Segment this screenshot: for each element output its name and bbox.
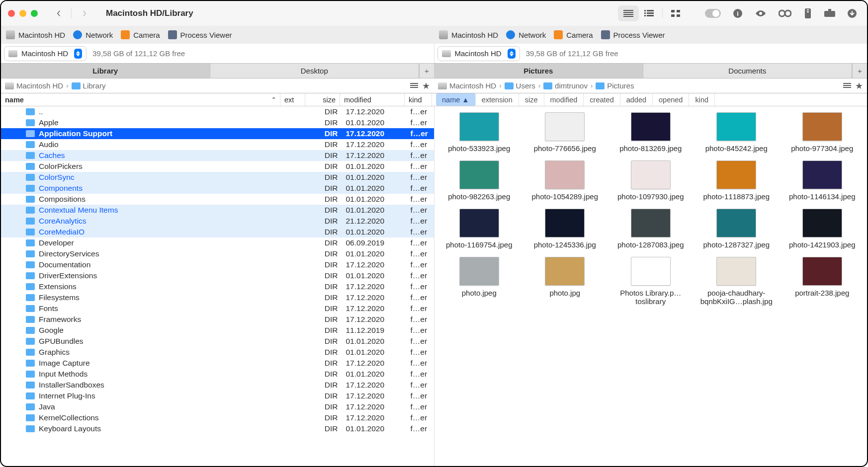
new-tab-button[interactable]: + [419,64,434,78]
list-row[interactable]: InstallerSandboxesDIR17.12.2020f…er [1,380,434,390]
fullscreen-window-button[interactable] [31,10,38,17]
icon-item[interactable]: pooja-chaudhary-bqnbKxiIG…plash.jpg [694,257,779,306]
icon-col-kind[interactable]: kind [689,93,715,106]
icon-item[interactable]: photo-1097930.jpeg [609,160,693,201]
list-row[interactable]: ColorSyncDIR01.01.2020f…er [1,172,434,183]
list-row[interactable]: Application SupportDIR17.12.2020f…er [1,128,434,139]
list-row[interactable]: Keyboard LayoutsDIR01.01.2020f…er [1,423,434,434]
breadcrumb-library[interactable]: Library [72,81,106,90]
list-row[interactable]: KernelCollectionsDIR17.12.2020f…er [1,412,434,423]
icon-item[interactable]: photo-1287327.jpeg [694,209,779,249]
icon-item[interactable]: photo-1146134.jpeg [781,160,865,201]
favorite-item-network[interactable]: Network [73,30,113,39]
list-row[interactable]: FrameworksDIR17.12.2020f…er [1,314,434,325]
icon-item[interactable]: photo-533923.jpeg [437,112,521,153]
icon-item[interactable]: photo-977304.jpeg [781,112,865,153]
hidden-files-toggle[interactable] [705,9,721,18]
close-window-button[interactable] [8,10,15,17]
list-row[interactable]: DirectoryServicesDIR01.01.2020f…er [1,248,434,259]
list-row[interactable]: AudioDIR17.12.2020f…er [1,139,434,150]
icon-item[interactable]: photo-1054289.jpeg [523,160,607,201]
icon-item[interactable]: photo-1421903.jpeg [781,209,865,249]
icon-col-opened[interactable]: opened [653,93,689,106]
list-row[interactable]: ColorPickersDIR01.01.2020f…er [1,161,434,172]
breadcrumb-macintosh-hd[interactable]: Macintosh HD [438,81,496,90]
col-modified[interactable]: modified [340,93,405,106]
share-button[interactable] [824,9,835,18]
list-row[interactable]: DeveloperDIR06.09.2019f…er [1,237,434,248]
list-row[interactable]: ComponentsDIR01.01.2020f…er [1,183,434,194]
breadcrumb-macintosh-hd[interactable]: Macintosh HD [5,81,63,90]
icon-col-size[interactable]: size [519,93,544,106]
tab-library[interactable]: Library [1,64,210,78]
col-size[interactable]: size [305,93,340,106]
list-row[interactable]: CachesDIR17.12.2020f…er [1,150,434,161]
col-ext[interactable]: ext [280,93,305,106]
list-row[interactable]: CoreMediaIODIR01.01.2020f…er [1,227,434,237]
volume-selector-left[interactable]: Macintosh HD [4,46,87,61]
quicklook-button[interactable] [755,9,767,17]
star-icon[interactable]: ★ [422,80,430,91]
icon-item[interactable]: photo-1287083.jpeg [609,209,693,249]
list-row[interactable]: CompositionsDIR01.01.2020f…er [1,194,434,205]
icon-item[interactable]: photo-813269.jpeg [609,112,693,153]
list-row[interactable]: CoreAnalyticsDIR21.12.2020f…er [1,216,434,227]
new-tab-button[interactable]: + [852,64,867,78]
volume-selector-right[interactable]: Macintosh HD [437,46,520,61]
list-row[interactable]: FontsDIR17.12.2020f…er [1,303,434,314]
icon-item[interactable]: photo-845242.jpeg [694,112,779,153]
favorite-item-camera[interactable]: Camera [554,30,593,39]
icon-item[interactable]: Photos Library.p…toslibrary [609,257,693,306]
col-name[interactable]: name⌃ [1,93,280,106]
icon-item[interactable]: photo-1169754.jpeg [437,209,521,249]
favorite-item-macintosh-hd[interactable]: Macintosh HD [6,30,65,39]
icon-item[interactable]: photo.jpeg [437,257,521,306]
archive-button[interactable] [803,8,812,18]
icon-item[interactable]: photo-776656.jpeg [523,112,607,153]
list-row[interactable]: ..DIR17.12.2020f…er [1,106,434,117]
list-row[interactable]: Image CaptureDIR17.12.2020f…er [1,358,434,369]
icon-col-name[interactable]: name ▲ [436,93,476,106]
list-row[interactable]: Contextual Menu ItemsDIR01.01.2020f…er [1,205,434,216]
list-row[interactable]: DocumentationDIR17.12.2020f…er [1,259,434,270]
list-row[interactable]: Internet Plug-InsDIR17.12.2020f…er [1,390,434,401]
info-button[interactable]: i [733,8,743,18]
view-list-button[interactable] [618,5,639,21]
download-button[interactable] [847,8,857,18]
icon-col-added[interactable]: added [620,93,653,106]
list-row[interactable]: DriverExtensionsDIR01.01.2020f…er [1,270,434,281]
icon-item[interactable]: photo-1245336.jpg [523,209,607,249]
find-button[interactable] [779,9,791,17]
list-row[interactable]: JavaDIR17.12.2020f…er [1,401,434,412]
nav-back-button[interactable] [49,6,69,21]
icon-item[interactable]: photo-982263.jpeg [437,160,521,201]
minimize-window-button[interactable] [19,10,26,17]
view-columns-button[interactable] [639,5,660,21]
list-row[interactable]: ExtensionsDIR17.12.2020f…er [1,281,434,292]
star-icon[interactable]: ★ [855,80,863,91]
tab-desktop[interactable]: Desktop [210,64,420,78]
breadcrumb-pictures[interactable]: Pictures [596,81,634,90]
view-grid-button[interactable] [665,5,686,21]
breadcrumb-dimtrunov[interactable]: dimtrunov [543,81,588,90]
list-row[interactable]: GoogleDIR11.12.2019f…er [1,325,434,336]
favorite-item-process-viewer[interactable]: Process Viewer [168,30,232,39]
icon-col-modified[interactable]: modified [544,93,584,106]
list-row[interactable]: FilesystemsDIR17.12.2020f…er [1,292,434,303]
list-row[interactable]: GPUBundlesDIR01.01.2020f…er [1,336,434,347]
nav-forward-button[interactable] [74,6,94,21]
icon-col-extension[interactable]: extension [476,93,519,106]
icon-item[interactable]: photo.jpg [523,257,607,306]
breadcrumb-users[interactable]: Users [505,81,535,90]
tab-documents[interactable]: Documents [643,64,853,78]
favorite-item-process-viewer[interactable]: Process Viewer [601,30,665,39]
mini-list-icon[interactable] [843,83,851,89]
icon-item[interactable]: photo-1118873.jpeg [694,160,779,201]
list-row[interactable]: Input MethodsDIR01.01.2020f…er [1,369,434,380]
icon-item[interactable]: portrait-238.jpeg [781,257,865,306]
list-row[interactable]: AppleDIR01.01.2020f…er [1,117,434,128]
list-row[interactable]: GraphicsDIR01.01.2020f…er [1,347,434,358]
icon-col-created[interactable]: created [584,93,620,106]
favorite-item-camera[interactable]: Camera [121,30,160,39]
mini-list-icon[interactable] [410,83,418,89]
